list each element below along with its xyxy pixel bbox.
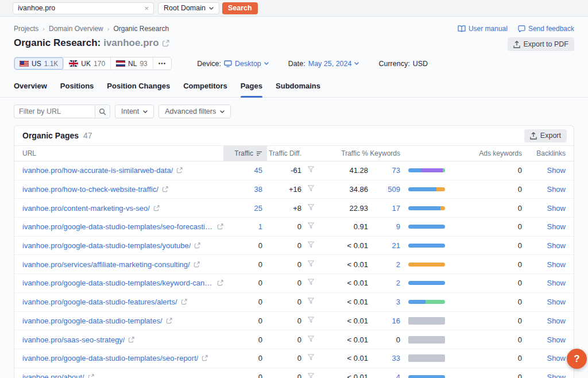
filter-funnel-icon[interactable] — [307, 298, 315, 306]
keywords-value[interactable]: 3 — [396, 298, 400, 306]
keywords-value[interactable]: 33 — [392, 354, 400, 362]
backlinks-show-link[interactable]: Show — [547, 185, 566, 194]
external-link-icon[interactable] — [194, 242, 200, 249]
external-link-icon[interactable] — [166, 318, 172, 324]
traffic-value[interactable]: 1 — [258, 222, 262, 231]
traffic-value[interactable]: 45 — [254, 166, 262, 175]
keywords-value[interactable]: 4 — [396, 373, 400, 378]
intent-filter-dropdown[interactable]: Intent — [115, 105, 154, 118]
search-button[interactable]: Search — [222, 2, 258, 14]
page-url-link[interactable]: ivanhoe.pro/google-data-studio-features/… — [22, 298, 177, 306]
backlinks-show-link[interactable]: Show — [547, 298, 566, 306]
filter-funnel-icon[interactable] — [307, 373, 315, 378]
export-button[interactable]: Export — [524, 129, 567, 142]
clear-search-icon[interactable]: × — [141, 4, 149, 13]
filter-funnel-icon[interactable] — [307, 279, 315, 287]
filter-funnel-icon[interactable] — [307, 185, 315, 194]
more-countries-button[interactable]: ••• — [153, 57, 172, 70]
country-tab-us[interactable]: US 1.1K — [14, 57, 64, 70]
external-link-icon[interactable] — [162, 40, 169, 47]
tab-overview[interactable]: Overview — [14, 82, 47, 97]
domain-search-input[interactable] — [18, 4, 141, 12]
country-tab-nl[interactable]: NL 93 — [111, 57, 153, 70]
keywords-value[interactable]: 2 — [396, 260, 400, 269]
column-header-traffic-pct[interactable]: Traffic % — [320, 146, 368, 161]
page-url-link[interactable]: ivanhoe.pro/google-data-studio-templates… — [22, 317, 163, 325]
external-link-icon[interactable] — [128, 337, 134, 343]
device-selector[interactable]: Device: Desktop — [197, 60, 269, 68]
help-button[interactable]: ? — [567, 349, 587, 369]
backlinks-show-link[interactable]: Show — [547, 373, 566, 378]
tab-pages[interactable]: Pages — [241, 82, 262, 97]
external-link-icon[interactable] — [202, 355, 208, 361]
keywords-value[interactable]: 9 — [396, 222, 400, 231]
backlinks-show-link[interactable]: Show — [547, 260, 566, 269]
breadcrumb-projects[interactable]: Projects — [14, 25, 38, 33]
column-header-keywords[interactable]: Keywords — [368, 146, 400, 161]
column-header-traffic[interactable]: Traffic — [223, 146, 267, 161]
backlinks-show-link[interactable]: Show — [547, 354, 566, 362]
export-to-pdf-button[interactable]: Export to PDF — [508, 37, 575, 51]
breadcrumb-domain-overview[interactable]: Domain Overview — [49, 25, 103, 33]
tab-competitors[interactable]: Competitors — [183, 82, 227, 97]
keywords-value[interactable]: 16 — [392, 317, 400, 325]
tab-subdomains[interactable]: Subdomains — [276, 82, 320, 97]
backlinks-show-link[interactable]: Show — [547, 166, 566, 175]
page-url-link[interactable]: ivanhoe.pro/about/ — [22, 373, 84, 378]
traffic-value[interactable]: 38 — [254, 185, 262, 194]
advanced-filters-dropdown[interactable]: Advanced filters — [158, 105, 231, 118]
backlinks-show-link[interactable]: Show — [547, 335, 566, 344]
page-url-link[interactable]: ivanhoe.pro/content-marketing-vs-seo/ — [22, 204, 150, 213]
filter-funnel-icon[interactable] — [307, 260, 315, 269]
filter-funnel-icon[interactable] — [307, 317, 315, 325]
column-header-url[interactable]: URL — [14, 146, 223, 161]
external-link-icon[interactable] — [176, 167, 183, 173]
column-header-backlinks[interactable]: Backlinks — [522, 146, 574, 161]
keywords-value[interactable]: 21 — [392, 241, 400, 250]
keywords-value[interactable]: 17 — [392, 204, 400, 213]
keywords-value[interactable]: 2 — [396, 279, 400, 287]
page-url-link[interactable]: ivanhoe.pro/google-data-studio-templates… — [22, 241, 191, 250]
page-url-link[interactable]: ivanhoe.pro/google-data-studio-templates… — [22, 279, 214, 287]
column-header-traffic-diff[interactable]: Traffic Diff. — [267, 146, 301, 161]
filter-funnel-icon[interactable] — [307, 166, 315, 175]
filter-funnel-icon[interactable] — [307, 354, 315, 362]
filter-funnel-icon[interactable] — [307, 204, 315, 213]
backlinks-show-link[interactable]: Show — [547, 279, 566, 287]
backlinks-show-link[interactable]: Show — [547, 317, 566, 325]
tab-positions[interactable]: Positions — [60, 82, 94, 97]
page-url-link[interactable]: ivanhoe.pro/services/affiliate-marketing… — [22, 260, 190, 269]
send-feedback-link[interactable]: Send feedback — [518, 25, 574, 33]
country-tab-uk[interactable]: UK 170 — [64, 57, 111, 70]
page-url-link[interactable]: ivanhoe.pro/google-data-studio-templates… — [22, 222, 214, 231]
external-link-icon[interactable] — [217, 280, 223, 286]
search-scope-dropdown[interactable]: Root Domain — [158, 2, 219, 14]
date-selector[interactable]: Date: May 25, 2024 — [288, 60, 359, 68]
domain-search-box[interactable]: × — [13, 2, 154, 14]
filter-funnel-icon[interactable] — [307, 335, 315, 344]
external-link-icon[interactable] — [217, 223, 223, 230]
column-header-ads-keywords[interactable]: Ads keywords — [455, 146, 522, 161]
traffic-value[interactable]: 25 — [254, 204, 262, 213]
keywords-value[interactable]: 509 — [388, 185, 400, 194]
keywords-cell: 9 — [368, 222, 400, 231]
backlinks-show-link[interactable]: Show — [547, 222, 566, 231]
user-manual-link[interactable]: User manual — [458, 25, 508, 33]
filter-funnel-icon[interactable] — [307, 241, 315, 250]
url-filter-input[interactable] — [14, 105, 95, 118]
external-link-icon[interactable] — [181, 299, 187, 305]
filter-funnel-icon[interactable] — [307, 222, 315, 231]
external-link-icon[interactable] — [88, 374, 94, 378]
backlinks-show-link[interactable]: Show — [547, 204, 566, 213]
external-link-icon[interactable] — [194, 261, 200, 268]
url-filter-search-button[interactable] — [95, 105, 110, 118]
external-link-icon[interactable] — [153, 205, 160, 211]
tab-position-changes[interactable]: Position Changes — [107, 82, 170, 97]
page-url-link[interactable]: ivanhoe.pro/saas-seo-strategy/ — [22, 335, 125, 344]
page-url-link[interactable]: ivanhoe.pro/google-data-studio-templates… — [22, 354, 198, 362]
external-link-icon[interactable] — [162, 186, 168, 192]
page-url-link[interactable]: ivanhoe.pro/how-accurate-is-similarweb-d… — [22, 166, 173, 175]
page-url-link[interactable]: ivanhoe.pro/how-to-check-website-traffic… — [22, 185, 158, 194]
keywords-value[interactable]: 73 — [392, 166, 400, 175]
backlinks-show-link[interactable]: Show — [547, 241, 566, 250]
